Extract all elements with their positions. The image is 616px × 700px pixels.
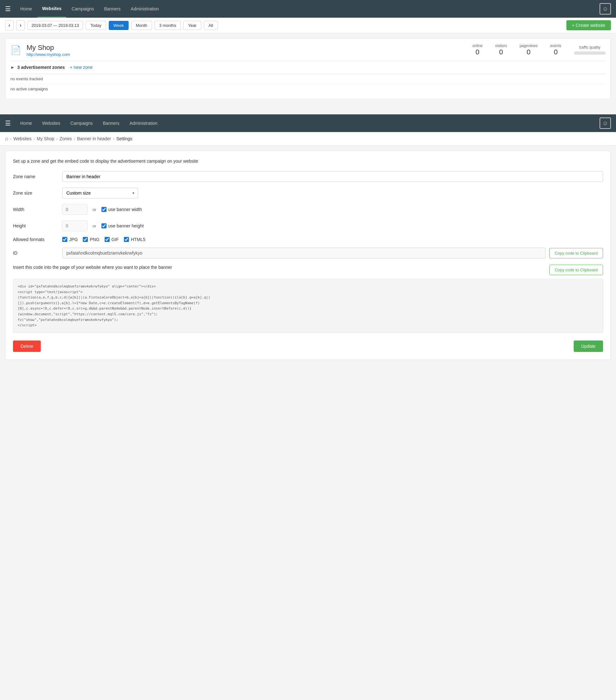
- date-range-display: 2019.03.07 — 2019.03.13: [27, 21, 83, 30]
- user-icon[interactable]: ☺: [600, 3, 611, 14]
- nav-administration[interactable]: Administration: [126, 1, 163, 17]
- id-input: [62, 248, 545, 259]
- stat-pageviews: pageviews 0: [520, 43, 538, 56]
- height-input[interactable]: [62, 221, 88, 231]
- section-divider: [0, 104, 616, 107]
- nav-campaigns[interactable]: Campaigns: [67, 1, 99, 17]
- ad-zones-label: 3 advertisement zones: [17, 65, 65, 70]
- menu-icon[interactable]: ☰: [5, 5, 11, 13]
- sep1: ›: [10, 136, 12, 141]
- use-banner-width-checkbox-label[interactable]: use banner width: [101, 207, 142, 212]
- delete-button[interactable]: Delete: [13, 340, 41, 352]
- date-bar: ‹ › 2019.03.07 — 2019.03.13 Today Week M…: [0, 18, 616, 33]
- nav-links: Home Websites Campaigns Banners Administ…: [16, 0, 600, 18]
- nav-home[interactable]: Home: [16, 1, 36, 17]
- online-value: 0: [472, 48, 483, 56]
- html5-checkbox[interactable]: [124, 237, 129, 242]
- website-url[interactable]: http://www.myshop.com: [26, 52, 70, 57]
- breadcrumb-zones[interactable]: Zones: [59, 136, 72, 141]
- form-actions: Delete Update: [13, 340, 603, 352]
- ad-zones-row: ► 3 advertisement zones + new zone: [10, 61, 606, 74]
- no-events-row: no events tracked: [10, 74, 606, 84]
- use-banner-width-checkbox[interactable]: [101, 207, 107, 212]
- width-input[interactable]: [62, 204, 88, 215]
- second-nav-websites[interactable]: Websites: [38, 115, 64, 132]
- second-user-icon[interactable]: ☺: [600, 117, 611, 129]
- new-zone-link[interactable]: + new zone: [70, 65, 93, 70]
- breadcrumb-myshop[interactable]: My Shop: [37, 136, 54, 141]
- gif-checkbox[interactable]: [104, 237, 110, 242]
- png-label: PNG: [90, 237, 99, 242]
- html5-checkbox-label[interactable]: HTML5: [124, 237, 145, 242]
- next-date-button[interactable]: ›: [16, 20, 25, 30]
- stat-visitors: visitors 0: [495, 43, 507, 56]
- pageviews-label: pageviews: [520, 43, 538, 48]
- update-button[interactable]: Update: [574, 340, 603, 352]
- stat-traffic: traffic quality: [574, 45, 606, 55]
- year-button[interactable]: Year: [183, 21, 201, 30]
- use-banner-height-checkbox[interactable]: [101, 223, 107, 228]
- breadcrumb-banner-in-header[interactable]: Banner in header: [77, 136, 111, 141]
- code-description: Insert this code into the page of your w…: [13, 265, 172, 270]
- width-row: Width or use banner width: [13, 204, 603, 215]
- jpg-checkbox[interactable]: [62, 237, 67, 242]
- prev-date-button[interactable]: ‹: [5, 20, 14, 30]
- second-nav-right: ☺: [600, 117, 611, 129]
- zone-size-select-wrapper: Custom size Standard size: [62, 188, 138, 198]
- no-campaigns-row: no active campaigns: [10, 84, 606, 94]
- code-block: <div id="pxfatahndkcolmqbuefzramvkekrwfy…: [13, 279, 603, 333]
- website-card: 📄 My Shop http://www.myshop.com online 0…: [5, 38, 611, 99]
- sep3: ›: [56, 136, 58, 141]
- copy-code-button-1[interactable]: Copy code to Clipboard: [549, 248, 603, 259]
- second-nav-administration[interactable]: Administration: [125, 115, 162, 132]
- gif-checkbox-label[interactable]: GIF: [104, 237, 119, 242]
- id-field-row: Copy code to Clipboard: [62, 248, 603, 259]
- jpg-checkbox-label[interactable]: JPG: [62, 237, 78, 242]
- chevron-right-icon[interactable]: ►: [10, 65, 15, 70]
- home-icon[interactable]: ⌂: [5, 136, 8, 141]
- nav-banners[interactable]: Banners: [100, 1, 125, 17]
- second-nav: ☰ Home Websites Campaigns Banners Admini…: [0, 114, 616, 132]
- html5-label: HTML5: [131, 237, 145, 242]
- website-name: My Shop: [26, 43, 70, 52]
- week-button[interactable]: Week: [109, 21, 128, 30]
- visitors-label: visitors: [495, 43, 507, 48]
- height-row: Height or use banner height: [13, 221, 603, 231]
- month-button[interactable]: Month: [131, 21, 152, 30]
- create-website-button[interactable]: + Create website: [566, 20, 611, 30]
- jpg-label: JPG: [69, 237, 78, 242]
- code-section: Insert this code into the page of your w…: [13, 265, 603, 333]
- gif-label: GIF: [112, 237, 119, 242]
- or-text-height: or: [93, 224, 96, 228]
- breadcrumb-current: Settings: [116, 136, 133, 141]
- all-button[interactable]: All: [204, 21, 218, 30]
- copy-code-button-2[interactable]: Copy code to Clipboard: [549, 265, 603, 275]
- zone-size-label: Zone size: [13, 190, 57, 196]
- second-nav-banners[interactable]: Banners: [99, 115, 124, 132]
- visitors-value: 0: [495, 48, 507, 56]
- zone-size-row: Zone size Custom size Standard size: [13, 188, 603, 198]
- second-menu-icon[interactable]: ☰: [5, 120, 11, 127]
- png-checkbox[interactable]: [83, 237, 88, 242]
- nav-websites[interactable]: Websites: [38, 0, 66, 18]
- zone-name-input[interactable]: [62, 171, 603, 182]
- second-nav-campaigns[interactable]: Campaigns: [66, 115, 97, 132]
- three-months-button[interactable]: 3 months: [155, 21, 181, 30]
- website-stats: online 0 visitors 0 pageviews 0 events 0…: [472, 43, 606, 56]
- nav-right: ☺: [600, 3, 611, 14]
- online-label: online: [472, 43, 483, 48]
- second-nav-links: Home Websites Campaigns Banners Administ…: [16, 115, 600, 132]
- events-value: 0: [550, 48, 561, 56]
- sep4: ›: [74, 136, 75, 141]
- or-text-width: or: [93, 207, 96, 212]
- zone-size-select[interactable]: Custom size Standard size: [62, 188, 138, 198]
- events-label: events: [550, 43, 561, 48]
- formats-row: Allowed formats JPG PNG GIF HTML5: [13, 237, 603, 242]
- today-button[interactable]: Today: [86, 21, 106, 30]
- second-nav-home[interactable]: Home: [16, 115, 36, 132]
- website-header: 📄 My Shop http://www.myshop.com online 0…: [10, 43, 606, 61]
- use-banner-height-checkbox-label[interactable]: use banner height: [101, 223, 144, 228]
- breadcrumb-websites[interactable]: Websites: [13, 136, 31, 141]
- png-checkbox-label[interactable]: PNG: [83, 237, 99, 242]
- zone-name-row: Zone name: [13, 171, 603, 182]
